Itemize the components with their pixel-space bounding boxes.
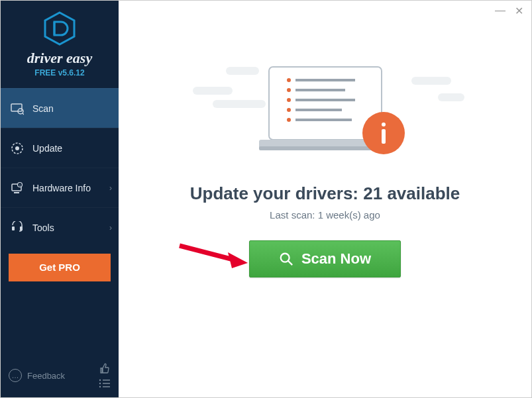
last-scan-text: Last scan: 1 week(s) ago — [270, 209, 380, 221]
svg-point-33 — [382, 123, 386, 126]
svg-text:i: i — [19, 183, 20, 187]
svg-point-28 — [287, 108, 291, 112]
svg-rect-11 — [12, 226, 15, 230]
svg-point-22 — [287, 78, 291, 82]
brand-text: driver easy — [1, 50, 119, 67]
minimize-button[interactable]: — — [495, 5, 505, 17]
svg-point-35 — [281, 254, 290, 262]
sidebar-item-label: Tools — [32, 223, 54, 233]
list-icon[interactable] — [99, 379, 111, 388]
main-panel: Update your drivers: 21 available Last s… — [119, 1, 531, 397]
sidebar: driver easy FREE v5.6.12 Scan Update i H… — [1, 1, 119, 397]
hardware-icon: i — [10, 181, 25, 195]
feedback-icon[interactable]: … — [9, 369, 22, 382]
sidebar-footer: … Feedback — [1, 356, 119, 397]
headline-suffix: available — [382, 183, 460, 203]
thumbs-up-icon[interactable] — [99, 363, 111, 375]
scan-icon — [10, 101, 25, 116]
chevron-right-icon: › — [109, 223, 112, 232]
close-button[interactable]: ✕ — [515, 5, 523, 17]
svg-rect-34 — [382, 129, 386, 144]
sidebar-item-label: Hardware Info — [32, 183, 91, 193]
headline-count: 21 — [363, 183, 382, 203]
svg-point-17 — [99, 386, 101, 387]
svg-point-6 — [15, 146, 19, 150]
svg-point-24 — [287, 88, 291, 92]
svg-line-4 — [23, 113, 24, 115]
version-text: FREE v5.6.12 — [1, 68, 119, 77]
svg-marker-0 — [45, 13, 74, 44]
logo-block: driver easy FREE v5.6.12 — [1, 1, 119, 84]
svg-line-36 — [288, 261, 292, 265]
scan-now-button[interactable]: Scan Now — [249, 240, 401, 277]
sidebar-item-hardware-info[interactable]: i Hardware Info › — [1, 168, 119, 207]
svg-point-13 — [99, 379, 101, 381]
sidebar-item-label: Update — [32, 143, 62, 154]
tools-icon — [10, 221, 25, 235]
sidebar-item-scan[interactable]: Scan — [1, 88, 119, 128]
headline: Update your drivers: 21 available — [190, 183, 460, 204]
chevron-right-icon: › — [109, 183, 112, 193]
svg-point-26 — [287, 98, 291, 102]
svg-rect-8 — [14, 192, 19, 193]
headline-prefix: Update your drivers: — [190, 183, 364, 203]
illustration — [219, 60, 431, 166]
logo-icon — [42, 11, 77, 46]
sidebar-item-update[interactable]: Update — [1, 128, 119, 168]
sidebar-item-label: Scan — [32, 103, 54, 114]
svg-point-30 — [287, 118, 291, 122]
feedback-label[interactable]: Feedback — [27, 371, 65, 381]
get-pro-button[interactable]: Get PRO — [9, 254, 111, 281]
sidebar-item-tools[interactable]: Tools › — [1, 207, 119, 247]
svg-rect-12 — [20, 226, 23, 230]
svg-point-15 — [99, 383, 101, 384]
nav: Scan Update i Hardware Info › Tools › — [1, 88, 119, 247]
svg-rect-2 — [11, 104, 22, 111]
magnifier-icon — [279, 252, 293, 266]
scan-now-label: Scan Now — [301, 250, 371, 268]
update-icon — [10, 141, 25, 156]
